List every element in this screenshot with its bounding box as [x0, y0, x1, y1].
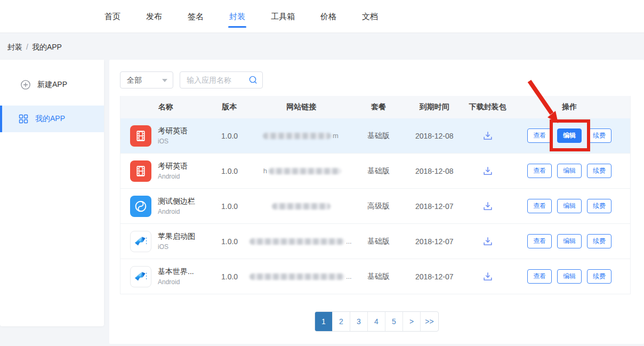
filter-select-value: 全部 — [127, 76, 142, 84]
page-button-5[interactable]: 5 — [385, 312, 403, 331]
app-plan: 基础版 — [355, 166, 402, 176]
app-plan: 高级版 — [355, 202, 402, 211]
page-button-3[interactable]: 3 — [350, 312, 368, 331]
grid-icon — [18, 114, 29, 124]
download-icon[interactable] — [482, 271, 494, 283]
toolbar: 全部 — [109, 60, 644, 96]
page-body: 封装/我的APP 新建APP 我的APP 全部 — [0, 34, 644, 346]
blurred-url — [263, 133, 331, 139]
page-button-2[interactable]: 2 — [333, 312, 350, 331]
sidebar-item-label: 我的APP — [35, 114, 65, 124]
app-name: 考研英语 — [158, 126, 188, 136]
nav-item-home[interactable]: 首页 — [104, 0, 120, 33]
app-version: 1.0.0 — [211, 132, 248, 140]
app-platform: Android — [158, 278, 194, 286]
table-row: 考研英语 iOS 1.0.0 m 基础版 2018-12-08 查看 编辑 续费 — [120, 118, 630, 154]
breadcrumb: 封装/我的APP — [0, 34, 644, 52]
sidebar-item-new-app[interactable]: 新建APP — [0, 71, 104, 98]
apps-table: 名称 版本 网站链接 套餐 到期时间 下载封装包 操作 考研英语 iOS — [120, 96, 631, 294]
edit-button[interactable]: 编辑 — [557, 269, 582, 284]
renew-button[interactable]: 续费 — [587, 164, 611, 178]
renew-button[interactable]: 续费 — [587, 199, 611, 213]
download-icon[interactable] — [482, 236, 494, 247]
url-visible-text: ... — [346, 237, 352, 245]
app-name: 基本世界... — [158, 267, 194, 277]
plus-circle-icon — [20, 79, 31, 90]
view-button[interactable]: 查看 — [527, 128, 552, 143]
app-expiry: 2018-12-07 — [402, 202, 466, 211]
sidebar-item-label: 新建APP — [37, 80, 67, 90]
top-navbar: 首页 发布 签名 封装 工具箱 价格 文档 — [0, 0, 644, 33]
edit-button[interactable]: 编辑 — [557, 199, 582, 213]
table-row: 基本世界... Android 1.0.0 ... 基础版 2018-12-07… — [120, 259, 630, 294]
edit-button[interactable]: 编辑 — [557, 164, 582, 178]
app-platform: iOS — [158, 138, 188, 145]
page-button-1[interactable]: 1 — [315, 312, 333, 331]
nav-item-price[interactable]: 价格 — [320, 0, 336, 33]
app-version: 1.0.0 — [211, 237, 248, 246]
nav-item-docs[interactable]: 文档 — [362, 0, 378, 33]
col-header-url: 网站链接 — [248, 102, 355, 112]
view-button[interactable]: 查看 — [527, 269, 552, 284]
film-icon — [130, 125, 151, 147]
app-platform: Android — [158, 173, 188, 180]
nav-item-package-active[interactable]: 封装 — [229, 0, 245, 33]
app-name: 苹果启动图 — [158, 232, 195, 242]
app-version: 1.0.0 — [211, 202, 248, 211]
blurred-url — [272, 203, 331, 210]
view-button[interactable]: 查看 — [527, 164, 552, 178]
app-expiry: 2018-12-08 — [402, 167, 466, 175]
main-panel: 全部 名称 版本 网站链接 套餐 到期时间 下载封装包 操作 — [109, 60, 644, 344]
table-row: 苹果启动图 iOS 1.0.0 ... 基础版 2018-12-07 查看 编辑… — [120, 224, 630, 259]
breadcrumb-separator: / — [26, 43, 28, 51]
sidebar: 新建APP 我的APP — [0, 60, 104, 326]
table-row: 考研英语 Android 1.0.0 h 基础版 2018-12-08 查看 编… — [120, 154, 630, 189]
app-version: 1.0.0 — [211, 167, 248, 175]
breadcrumb-current: 我的APP — [32, 43, 62, 51]
app-name: 考研英语 — [158, 162, 188, 171]
col-header-plan: 套餐 — [355, 102, 402, 112]
search-icon[interactable] — [248, 75, 258, 87]
last-page-button[interactable]: >> — [421, 312, 438, 331]
table-header-row: 名称 版本 网站链接 套餐 到期时间 下载封装包 操作 — [120, 96, 630, 118]
url-visible-text: ... — [346, 272, 352, 280]
page-button-4[interactable]: 4 — [368, 312, 385, 331]
nav-items: 首页 发布 签名 封装 工具箱 价格 文档 — [0, 0, 644, 33]
col-header-name: 名称 — [120, 102, 211, 112]
app-platform: iOS — [158, 243, 195, 251]
renew-button[interactable]: 续费 — [587, 128, 611, 143]
view-button[interactable]: 查看 — [527, 199, 552, 213]
col-header-version: 版本 — [211, 102, 248, 112]
col-header-expiry: 到期时间 — [402, 102, 466, 112]
view-button[interactable]: 查看 — [527, 234, 552, 248]
bird-icon — [130, 266, 151, 287]
sidebar-item-my-apps[interactable]: 我的APP — [0, 106, 104, 132]
url-visible-text: m — [333, 132, 339, 140]
nav-item-toolbox[interactable]: 工具箱 — [271, 0, 295, 33]
app-expiry: 2018-12-08 — [402, 132, 466, 140]
search-box — [180, 71, 263, 88]
app-platform: Android — [158, 208, 195, 215]
download-icon[interactable] — [482, 200, 494, 212]
edit-button[interactable]: 编辑 — [557, 128, 582, 143]
filter-select[interactable]: 全部 — [120, 71, 173, 88]
table-row: 测试侧边栏 Android 1.0.0 高级版 2018-12-07 查看 编辑… — [120, 189, 630, 224]
download-icon[interactable] — [482, 165, 494, 177]
pagination: 1 2 3 4 5 > >> — [109, 311, 644, 332]
download-icon[interactable] — [482, 130, 494, 142]
s-circle-icon — [130, 196, 151, 217]
next-page-button[interactable]: > — [403, 312, 421, 331]
renew-button[interactable]: 续费 — [587, 234, 611, 248]
app-expiry: 2018-12-07 — [402, 237, 466, 246]
film-icon — [130, 160, 151, 182]
app-name: 测试侧边栏 — [158, 197, 195, 206]
app-version: 1.0.0 — [211, 272, 248, 281]
nav-item-sign[interactable]: 签名 — [188, 0, 204, 33]
renew-button[interactable]: 续费 — [587, 269, 611, 284]
app-plan: 基础版 — [355, 272, 402, 281]
col-header-download: 下载封装包 — [466, 102, 509, 112]
app-plan: 基础版 — [355, 237, 402, 246]
nav-item-publish[interactable]: 发布 — [146, 0, 162, 33]
edit-button[interactable]: 编辑 — [557, 234, 582, 248]
breadcrumb-parent[interactable]: 封装 — [7, 43, 22, 51]
